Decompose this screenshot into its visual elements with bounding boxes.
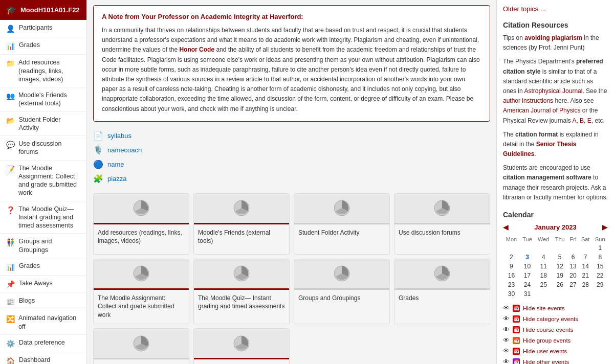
calendar-day[interactable]: 27 — [567, 280, 579, 289]
calendar-day[interactable]: 15 — [592, 262, 608, 271]
avoiding-plagiarism-link[interactable]: avoiding plagiarism — [524, 34, 582, 41]
event-label-group-events[interactable]: Hide group events — [523, 337, 571, 344]
calendar-day[interactable]: 4 — [535, 253, 552, 262]
sidebar-label-add-resources: Add resources (readings, links, images, … — [18, 58, 80, 83]
sidebar-item-animated-nav[interactable]: 🔀Animated navigation off — [0, 310, 86, 335]
thesis-guidelines-link[interactable]: Senior Thesis Guidelines — [503, 141, 576, 157]
calendar-day[interactable]: 11 — [535, 262, 552, 271]
calendar-day[interactable]: 3 — [520, 253, 535, 262]
sidebar-item-moodles-friends[interactable]: 👥Moodle's Friends (external tools) — [0, 87, 86, 112]
calendar-day[interactable]: 23 — [503, 280, 520, 289]
american-journal-link[interactable]: American Journal of Physics — [503, 107, 580, 114]
syllabus-link[interactable]: syllabus — [107, 132, 131, 140]
card-use-discussion[interactable]: Use discussion forums — [394, 193, 490, 255]
card-top-groups-groupings — [294, 259, 389, 290]
card-moodle-assignment[interactable]: The Moodle Assignment: Collect and grade… — [93, 259, 189, 324]
calendar-day[interactable]: 24 — [520, 280, 535, 289]
event-label-site-events[interactable]: Hide site events — [523, 305, 565, 311]
sidebar-item-grades[interactable]: 📊Grades — [0, 37, 86, 55]
card-groups-groupings[interactable]: Groups and Groupings — [294, 259, 390, 324]
calendar-day[interactable]: 8 — [592, 253, 608, 262]
cal-event-user-events[interactable]: 👁 📅 Hide user events — [503, 346, 608, 356]
calendar-day[interactable]: 14 — [579, 262, 593, 271]
card-grades-card[interactable]: Grades — [394, 259, 490, 324]
sidebar-item-dashboard[interactable]: 🏠Dashboard — [0, 352, 86, 364]
calendar-day[interactable]: 21 — [579, 271, 593, 280]
cal-event-group-events[interactable]: 👁 📅 Hide group events — [503, 335, 608, 346]
cal-event-category-events[interactable]: 👁 📅 Hide category events — [503, 313, 608, 324]
calendar-day[interactable]: 10 — [520, 262, 535, 271]
calendar-day[interactable]: 7 — [579, 253, 593, 262]
sidebar-item-moodle-quiz[interactable]: ❓The Moodle Quiz— Instant grading and ti… — [0, 201, 86, 234]
calendar-day[interactable]: 28 — [579, 280, 593, 289]
sidebar-label-grades: Grades — [19, 41, 40, 49]
main-area: A Note from Your Professor on Academic I… — [87, 0, 614, 364]
sidebar-item-student-folder[interactable]: 📂Student Folder Activity — [0, 112, 86, 136]
calendar-day[interactable]: 2 — [503, 253, 520, 262]
namecoach-link[interactable]: namecoach — [107, 146, 142, 154]
honor-code-link[interactable]: Honor Code — [179, 46, 214, 53]
calendar-day[interactable]: 31 — [520, 289, 535, 299]
card-label-student-folder: Student Folder Activity — [298, 229, 359, 236]
card-student-folder[interactable]: Student Folder Activity — [294, 193, 390, 255]
piazza-link[interactable]: piazza — [107, 175, 127, 183]
calendar-day[interactable]: 22 — [592, 271, 608, 280]
prev-month-button[interactable]: ◀ — [503, 223, 509, 231]
card-add-resources[interactable]: Add resources (readings, links, images, … — [93, 193, 189, 255]
calendar-day[interactable]: 12 — [552, 262, 567, 271]
sidebar-icon-grades: 📊 — [6, 41, 15, 51]
sidebar-item-discussion-forums[interactable]: 💬Use discussion forums — [0, 136, 86, 161]
sidebar-item-moodle-assignment[interactable]: 📝The Moodle Assignment: Collect and grad… — [0, 161, 86, 201]
event-label-user-events[interactable]: Hide user events — [523, 348, 567, 354]
review-b-link[interactable]: B — [580, 117, 584, 124]
cal-event-site-events[interactable]: 👁 📅 Hide site events — [503, 303, 608, 313]
card-moodle-quiz[interactable]: The Moodle Quiz— Instant grading and tim… — [193, 259, 290, 324]
calendar-day[interactable]: 20 — [567, 271, 579, 280]
older-topics-link[interactable]: Older topics ... — [503, 5, 546, 13]
sidebar-header[interactable]: 🎓 MoodH101A01.F22 — [0, 0, 86, 20]
calendar-day[interactable]: 19 — [552, 271, 567, 280]
review-e-link[interactable]: E — [587, 117, 591, 124]
right-panel: Older topics ... Citation Resources Tips… — [496, 0, 614, 364]
card-moodles-friends[interactable]: Moodle's Friends (external tools) — [193, 193, 290, 255]
calendar-day[interactable]: 25 — [535, 280, 552, 289]
eye-icon-other-events: 👁 — [503, 358, 510, 364]
calendar-day[interactable]: 9 — [503, 262, 520, 271]
citation-title: Citation Resources — [503, 21, 608, 29]
calendar-day[interactable]: 16 — [503, 271, 520, 280]
calendar-day[interactable]: 18 — [535, 271, 552, 280]
cal-event-other-events[interactable]: 👁 📅 Hide other events — [503, 356, 608, 364]
astrophysical-link[interactable]: Astrophysical Journal — [524, 87, 582, 95]
calendar-day — [552, 289, 567, 299]
calendar-day[interactable]: 1 — [592, 243, 608, 253]
author-instructions-link[interactable]: author instructions — [503, 97, 553, 104]
sidebar-item-data-preference[interactable]: ⚙️Data preference — [0, 335, 86, 352]
calendar-day[interactable]: 26 — [552, 280, 567, 289]
namecoach-link-item: 🎙️ namecoach — [93, 143, 490, 157]
card-card10[interactable] — [193, 328, 290, 364]
calendar-month: January 2023 — [534, 223, 576, 231]
calendar-day[interactable]: 17 — [520, 271, 535, 280]
sidebar-item-blogs[interactable]: 📰Blogs — [0, 293, 86, 310]
sidebar-item-take-aways[interactable]: 📌Take Aways — [0, 276, 86, 293]
sidebar-item-grades2[interactable]: 📊Grades — [0, 258, 86, 276]
event-label-other-events[interactable]: Hide other events — [523, 359, 569, 365]
calendar-day[interactable]: 30 — [503, 289, 520, 299]
next-month-button[interactable]: ▶ — [602, 223, 608, 231]
calendar-day[interactable]: 13 — [567, 262, 579, 271]
name-link[interactable]: name — [107, 161, 124, 168]
sidebar-item-groups-groupings[interactable]: 👫Groups and Groupings — [0, 234, 86, 258]
pie-icon-grades-card — [433, 264, 451, 283]
name-icon: 🔵 — [93, 160, 103, 170]
event-label-category-events[interactable]: Hide category events — [523, 316, 578, 322]
event-label-course-events[interactable]: Hide course events — [523, 327, 573, 333]
sidebar-item-participants[interactable]: 👤Participants — [0, 20, 86, 37]
calendar-day[interactable]: 29 — [592, 280, 608, 289]
calendar-day[interactable]: 5 — [552, 253, 567, 262]
review-a-link[interactable]: A — [572, 117, 576, 124]
calendar-day — [592, 289, 608, 299]
sidebar-item-add-resources[interactable]: 📁Add resources (readings, links, images,… — [0, 55, 86, 87]
cal-event-course-events[interactable]: 👁 📅 Hide course events — [503, 324, 608, 335]
card-card9[interactable] — [93, 328, 189, 364]
calendar-day[interactable]: 6 — [567, 253, 579, 262]
